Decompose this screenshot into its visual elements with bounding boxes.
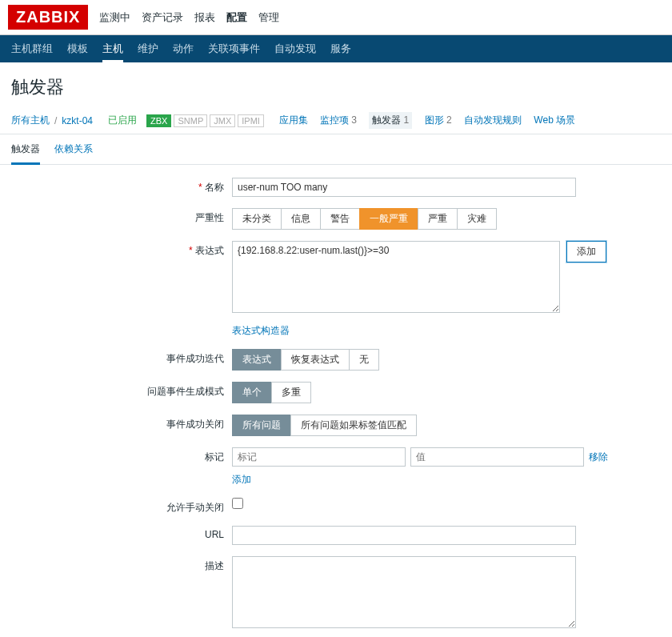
crumb-link[interactable]: 应用集 [279, 114, 308, 127]
topnav-item[interactable]: 资产记录 [142, 10, 183, 25]
crumb-link[interactable]: Web 场景 [534, 114, 575, 127]
label-expression: 表达式 [8, 241, 232, 258]
problem-gen-segment: 单个 多重 [232, 382, 311, 403]
subnav-item[interactable]: 动作 [173, 42, 194, 56]
ok-gen-opt[interactable]: 表达式 [232, 349, 282, 371]
host-link[interactable]: kzkt-04 [62, 115, 93, 126]
label-url: URL [8, 526, 232, 540]
subnav-item[interactable]: 服务 [330, 42, 351, 56]
topnav-item[interactable]: 配置 [226, 10, 247, 25]
expression-textarea[interactable]: {192.168.8.22:user-num.last()}>=30 [232, 241, 560, 313]
label-severity: 严重性 [8, 208, 232, 225]
expression-builder-link[interactable]: 表达式构造器 [232, 324, 608, 338]
label-tags: 标记 [8, 447, 232, 464]
label-ok-gen: 事件成功迭代 [8, 349, 232, 366]
breadcrumb: 所有主机 / kzkt-04 已启用 ZBX SNMP JMX IPMI 应用集… [0, 107, 672, 134]
subnav-item[interactable]: 维护 [138, 42, 158, 56]
form-tabs: 触发器 依赖关系 [0, 134, 672, 165]
url-input[interactable] [232, 526, 576, 545]
topnav-item[interactable]: 报表 [194, 10, 215, 25]
severity-segment: 未分类 信息 警告 一般严重 严重 灾难 [232, 208, 497, 230]
ok-close-opt[interactable]: 所有问题如果标签值匹配 [290, 415, 417, 436]
crumb-link[interactable]: 监控项 3 [320, 114, 357, 127]
badge-zbx: ZBX [146, 114, 171, 127]
tab-trigger[interactable]: 触发器 [11, 142, 40, 165]
sev-opt[interactable]: 严重 [418, 208, 458, 230]
sev-opt[interactable]: 警告 [320, 208, 360, 230]
label-name: 名称 [8, 178, 232, 194]
problem-gen-opt[interactable]: 单个 [232, 382, 272, 403]
enabled-label: 已启用 [108, 114, 137, 127]
subnav-item[interactable]: 主机 [102, 42, 123, 62]
tag-add-link[interactable]: 添加 [232, 473, 608, 487]
ok-gen-opt[interactable]: 恢复表达式 [281, 349, 350, 371]
tag-name-input[interactable] [232, 447, 406, 467]
badge-snmp: SNMP [174, 114, 207, 127]
name-input[interactable] [232, 178, 576, 197]
subnav-item[interactable]: 关联项事件 [208, 42, 260, 56]
tag-remove-link[interactable]: 移除 [589, 451, 608, 464]
ok-gen-segment: 表达式 恢复表达式 无 [232, 349, 379, 371]
label-manual-close: 允许手动关闭 [8, 498, 232, 515]
badge-jmx: JMX [210, 114, 235, 127]
label-desc: 描述 [8, 556, 232, 573]
top-nav: ZABBIX 监测中 资产记录 报表 配置 管理 [0, 0, 672, 35]
all-hosts-link[interactable]: 所有主机 [11, 114, 50, 127]
label-problem-gen: 问题事件生成模式 [8, 382, 232, 399]
sub-nav: 主机群组 模板 主机 维护 动作 关联项事件 自动发现 服务 [0, 35, 672, 62]
trigger-form: 名称 严重性 未分类 信息 警告 一般严重 严重 灾难 表达式 {192.168… [0, 165, 672, 637]
problem-gen-opt[interactable]: 多重 [271, 382, 311, 403]
desc-textarea[interactable] [232, 556, 576, 628]
tab-dependencies[interactable]: 依赖关系 [54, 142, 93, 164]
crumb-current: 触发器 1 [369, 112, 412, 129]
crumb-link[interactable]: 自动发现规则 [464, 114, 522, 127]
ok-close-segment: 所有问题 所有问题如果标签值匹配 [232, 415, 417, 436]
sev-opt[interactable]: 一般严重 [359, 208, 418, 230]
badge-ipmi: IPMI [238, 114, 264, 127]
topnav-item[interactable]: 管理 [258, 10, 279, 25]
logo[interactable]: ZABBIX [8, 5, 88, 30]
subnav-item[interactable]: 自动发现 [274, 42, 316, 56]
topnav-item[interactable]: 监测中 [99, 10, 130, 25]
sev-opt[interactable]: 信息 [281, 208, 321, 230]
crumb-link[interactable]: 图形 2 [425, 114, 452, 127]
sev-opt[interactable]: 未分类 [232, 208, 282, 230]
sev-opt[interactable]: 灾难 [457, 208, 497, 230]
label-ok-close: 事件成功关闭 [8, 415, 232, 431]
subnav-item[interactable]: 模板 [67, 42, 88, 56]
page-title: 触发器 [0, 62, 672, 107]
subnav-item[interactable]: 主机群组 [11, 42, 53, 56]
tag-value-input[interactable] [410, 447, 584, 467]
sep: / [54, 115, 57, 126]
ok-close-opt[interactable]: 所有问题 [232, 415, 291, 436]
manual-close-checkbox[interactable] [232, 498, 243, 509]
expression-add-button[interactable]: 添加 [566, 241, 606, 262]
ok-gen-opt[interactable]: 无 [349, 349, 379, 371]
